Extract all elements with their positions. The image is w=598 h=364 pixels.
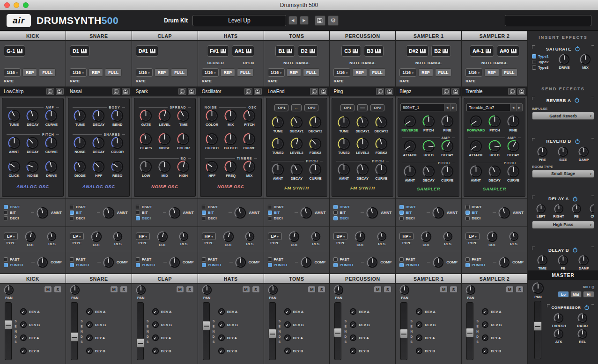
time-knob[interactable] [177, 109, 190, 122]
send-dly-a-knob[interactable] [284, 334, 291, 342]
attack-knob[interactable] [470, 140, 482, 153]
full-button[interactable]: FULL [171, 68, 188, 77]
kill-eq-lo-button[interactable]: Lo [558, 291, 569, 298]
full-button[interactable]: FULL [303, 68, 320, 77]
hpf-knob[interactable] [92, 160, 105, 173]
preset-dice-button[interactable] [508, 88, 516, 95]
rate-dropdown[interactable]: 1/16▾ [465, 68, 482, 77]
res-knob[interactable] [245, 232, 255, 241]
freq-knob[interactable] [224, 160, 237, 173]
decay-knob[interactable] [507, 140, 520, 153]
send-rev-b-knob[interactable] [86, 321, 93, 328]
dsrt-toggle[interactable]: DSRT [136, 205, 161, 209]
comp-knob[interactable] [367, 257, 378, 268]
kit-prev-button[interactable]: ◀ [288, 16, 297, 25]
cut-knob[interactable] [421, 231, 432, 242]
curve-knob[interactable] [45, 137, 58, 149]
pan-knob[interactable] [70, 285, 80, 295]
send-rev-a-knob[interactable] [152, 308, 159, 315]
hold-knob[interactable] [422, 140, 435, 153]
bit-toggle[interactable]: BIT [136, 211, 161, 215]
volume-fader[interactable] [5, 302, 12, 360]
res-knob[interactable] [311, 232, 321, 241]
sample-prev-icon[interactable]: ◀ [510, 104, 516, 111]
delay-filter-dropdown[interactable]: High Pass▾ [532, 221, 594, 229]
decay2-knob[interactable] [375, 116, 388, 129]
room-type-dropdown[interactable]: Small Stage▾ [532, 170, 594, 178]
ch-dec-knob[interactable] [206, 133, 218, 146]
mute-button[interactable]: M [440, 286, 448, 293]
kill-eq-mid-button[interactable]: Mid [570, 291, 582, 298]
noise-knob[interactable] [74, 137, 86, 149]
comp-knob[interactable] [433, 257, 444, 268]
mute-button[interactable]: M [242, 286, 250, 293]
compressor-power-icon[interactable] [584, 305, 590, 310]
decay-knob[interactable] [290, 163, 303, 176]
solo-button[interactable]: S [317, 286, 325, 293]
send-dly-b-knob[interactable] [349, 347, 357, 355]
punch-toggle[interactable]: PUNCH [136, 263, 161, 267]
bit-toggle[interactable]: BIT [268, 211, 293, 215]
op-route-button[interactable]: — [357, 104, 368, 111]
master-pan-knob[interactable] [532, 282, 544, 294]
cut-knob[interactable] [223, 231, 234, 242]
preset-name[interactable]: Blepz [399, 89, 441, 94]
preset-dice-button[interactable] [442, 88, 450, 95]
pre-knob[interactable] [537, 146, 548, 157]
cut-knob[interactable] [157, 231, 168, 242]
kit-save-button[interactable] [315, 15, 325, 26]
fdbk2-knob[interactable] [309, 138, 322, 150]
note-selector[interactable]: D#2 [406, 45, 428, 57]
reso-knob[interactable] [111, 160, 124, 173]
fader-handle[interactable] [202, 321, 210, 330]
deci-toggle[interactable]: DECI [136, 216, 161, 220]
pan-knob[interactable] [136, 285, 146, 295]
fast-toggle[interactable]: FAST [465, 257, 491, 262]
send-dly-a-knob[interactable] [349, 334, 357, 342]
rate-dropdown[interactable]: 1/16▾ [4, 68, 21, 77]
gate-knob[interactable] [140, 109, 152, 122]
send-rev-a-knob[interactable] [86, 308, 93, 315]
fader-handle[interactable] [534, 321, 542, 331]
preset-dice-button[interactable] [112, 88, 120, 95]
preset-dice-button[interactable] [46, 88, 54, 95]
rate-dropdown[interactable]: 1/16▾ [136, 68, 153, 77]
send-rev-b-knob[interactable] [349, 321, 357, 328]
note-selector[interactable]: F#1 [207, 45, 229, 57]
pan-knob[interactable] [333, 285, 344, 295]
pitch-knob[interactable] [422, 115, 435, 128]
dsrt-toggle[interactable]: DSRT [4, 205, 29, 209]
repeat-button[interactable]: REP [352, 68, 367, 77]
punch-toggle[interactable]: PUNCH [399, 263, 425, 267]
mute-button[interactable]: M [110, 286, 118, 293]
left-knob[interactable] [536, 204, 546, 214]
solo-button[interactable]: S [384, 286, 391, 293]
decay-knob[interactable] [422, 165, 435, 178]
send-dly-a-knob[interactable] [218, 334, 225, 342]
click-knob[interactable] [8, 160, 21, 173]
full-button[interactable]: FULL [39, 68, 56, 77]
curve-knob[interactable] [375, 163, 388, 176]
decay1-knob[interactable] [290, 116, 303, 129]
decay1-knob[interactable] [356, 116, 369, 129]
mix-knob[interactable] [243, 160, 256, 173]
tune-knob[interactable] [8, 109, 21, 122]
res-knob[interactable] [113, 232, 123, 241]
preset-save-button[interactable] [451, 88, 459, 95]
cut-knob[interactable] [354, 231, 366, 242]
send-rev-a-knob[interactable] [20, 308, 27, 315]
op2-button[interactable]: OP2 [370, 104, 384, 111]
deci-toggle[interactable]: DECI [202, 216, 227, 220]
deci-toggle[interactable]: DECI [268, 216, 293, 220]
note-selector[interactable]: B1 [275, 45, 295, 57]
fb-knob[interactable] [572, 204, 582, 214]
op1-button[interactable]: OP1 [274, 104, 288, 111]
damp-knob[interactable] [578, 255, 589, 266]
send-dly-b-knob[interactable] [415, 347, 423, 355]
send-rev-b-knob[interactable] [415, 321, 423, 328]
decay-knob[interactable] [441, 140, 454, 153]
comp-knob[interactable] [103, 257, 114, 268]
comp-knob[interactable] [169, 257, 180, 268]
repeat-button[interactable]: REP [418, 68, 433, 77]
curve-knob[interactable] [507, 165, 520, 178]
